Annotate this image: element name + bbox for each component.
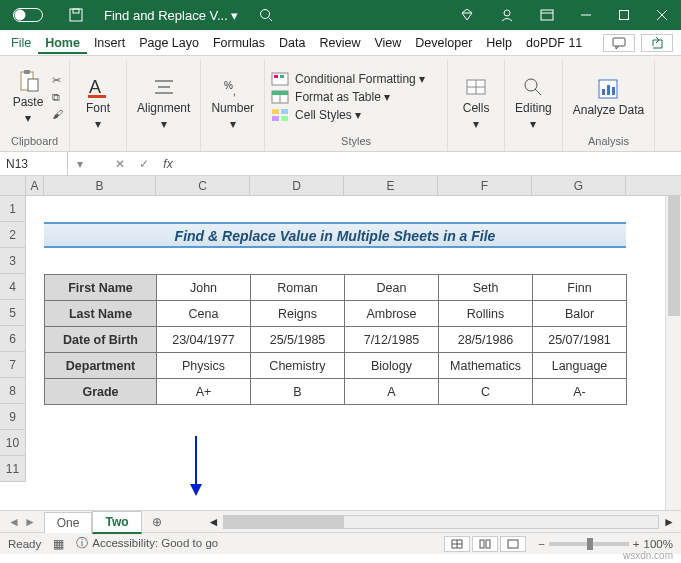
cell[interactable]: Ambrose xyxy=(345,301,439,327)
cell[interactable]: A- xyxy=(533,379,627,405)
row-header[interactable]: 4 xyxy=(0,274,25,300)
tab-nav-next[interactable]: ► xyxy=(24,515,36,529)
cancel-formula-icon[interactable]: ✕ xyxy=(108,152,132,175)
cell-styles-button[interactable]: Cell Styles ▾ xyxy=(271,107,361,123)
paste-button[interactable]: Paste ▾ xyxy=(6,67,50,127)
sheet-tab-one[interactable]: One xyxy=(44,512,93,533)
tab-page-layout[interactable]: Page Layo xyxy=(132,32,206,54)
view-normal-button[interactable] xyxy=(444,536,470,552)
scrollbar-thumb[interactable] xyxy=(224,516,344,528)
font-button[interactable]: AFont▾ xyxy=(76,73,120,133)
cell[interactable]: Biology xyxy=(345,353,439,379)
analyze-data-button[interactable]: Analyze Data xyxy=(569,75,648,119)
row-header[interactable]: 7 xyxy=(0,352,25,378)
editing-button[interactable]: Editing▾ xyxy=(511,73,556,133)
col-header-e[interactable]: E xyxy=(344,176,438,195)
cell[interactable]: Language xyxy=(533,353,627,379)
sheet-tab-two[interactable]: Two xyxy=(92,511,141,534)
row-header[interactable]: 8 xyxy=(0,378,25,404)
formula-input[interactable] xyxy=(180,162,681,166)
accessibility-status[interactable]: ⓘAccessibility: Good to go xyxy=(76,536,218,551)
cell[interactable]: C xyxy=(439,379,533,405)
cell[interactable]: Seth xyxy=(439,275,533,301)
tab-review[interactable]: Review xyxy=(312,32,367,54)
view-page-break-button[interactable] xyxy=(500,536,526,552)
cell[interactable]: Reigns xyxy=(251,301,345,327)
sheet-title-cell[interactable]: Find & Replace Value in Multiple Sheets … xyxy=(44,222,626,248)
maximize-icon[interactable] xyxy=(605,0,643,30)
copy-icon[interactable]: ⧉ xyxy=(52,91,63,104)
format-as-table-button[interactable]: Format as Table ▾ xyxy=(271,89,390,105)
minimize-icon[interactable] xyxy=(567,0,605,30)
row-header[interactable]: 6 xyxy=(0,326,25,352)
col-header-c[interactable]: C xyxy=(156,176,250,195)
horizontal-scrollbar[interactable]: ◄ ► xyxy=(202,515,681,529)
conditional-formatting-button[interactable]: Conditional Formatting ▾ xyxy=(271,71,425,87)
row-label[interactable]: Last Name xyxy=(45,301,157,327)
ribbon-options-icon[interactable] xyxy=(527,0,567,30)
vertical-scrollbar[interactable] xyxy=(665,196,681,510)
cells-button[interactable]: Cells▾ xyxy=(454,73,498,133)
user-icon[interactable] xyxy=(487,0,527,30)
cell[interactable]: Rollins xyxy=(439,301,533,327)
cell[interactable]: Chemistry xyxy=(251,353,345,379)
row-header[interactable]: 11 xyxy=(0,456,25,482)
col-header-d[interactable]: D xyxy=(250,176,344,195)
tab-home[interactable]: Home xyxy=(38,32,87,54)
name-box[interactable]: N13 xyxy=(0,152,68,175)
row-header[interactable]: 3 xyxy=(0,248,25,274)
tab-data[interactable]: Data xyxy=(272,32,312,54)
tab-dopdf[interactable]: doPDF 11 xyxy=(519,32,589,54)
name-box-dropdown[interactable]: ▾ xyxy=(68,152,92,175)
tab-nav-prev[interactable]: ◄ xyxy=(8,515,20,529)
tab-view[interactable]: View xyxy=(367,32,408,54)
view-page-layout-button[interactable] xyxy=(472,536,498,552)
col-header-f[interactable]: F xyxy=(438,176,532,195)
row-header[interactable]: 2 xyxy=(0,222,25,248)
cell[interactable]: Cena xyxy=(157,301,251,327)
diamond-icon[interactable] xyxy=(447,0,487,30)
close-icon[interactable] xyxy=(643,0,681,30)
col-header-b[interactable]: B xyxy=(44,176,156,195)
tab-formulas[interactable]: Formulas xyxy=(206,32,272,54)
comments-button[interactable] xyxy=(603,34,635,52)
fx-icon[interactable]: fx xyxy=(156,152,180,175)
row-label[interactable]: Department xyxy=(45,353,157,379)
scrollbar-thumb[interactable] xyxy=(668,196,680,316)
cell[interactable]: Roman xyxy=(251,275,345,301)
select-all-corner[interactable] xyxy=(0,176,26,195)
save-icon[interactable] xyxy=(56,0,96,30)
row-header[interactable]: 1 xyxy=(0,196,25,222)
tab-insert[interactable]: Insert xyxy=(87,32,132,54)
cell[interactable]: 7/12/1985 xyxy=(345,327,439,353)
cell[interactable]: Dean xyxy=(345,275,439,301)
row-label[interactable]: Date of Birth xyxy=(45,327,157,353)
new-sheet-button[interactable]: ⊕ xyxy=(142,515,172,529)
clipboard-small-buttons[interactable]: ✂ ⧉ 🖌 xyxy=(52,74,63,120)
macro-record-icon[interactable]: ▦ xyxy=(53,537,64,551)
zoom-level[interactable]: 100% xyxy=(644,538,673,550)
row-header[interactable]: 9 xyxy=(0,404,25,430)
format-painter-icon[interactable]: 🖌 xyxy=(52,108,63,120)
cell[interactable]: A+ xyxy=(157,379,251,405)
row-header[interactable]: 10 xyxy=(0,430,25,456)
enter-formula-icon[interactable]: ✓ xyxy=(132,152,156,175)
cut-icon[interactable]: ✂ xyxy=(52,74,63,87)
tab-developer[interactable]: Developer xyxy=(408,32,479,54)
row-header[interactable]: 5 xyxy=(0,300,25,326)
cell[interactable]: 25/5/1985 xyxy=(251,327,345,353)
cell[interactable]: 23/04/1977 xyxy=(157,327,251,353)
row-label[interactable]: First Name xyxy=(45,275,157,301)
cell[interactable]: Finn xyxy=(533,275,627,301)
tab-file[interactable]: File xyxy=(4,32,38,54)
search-icon[interactable] xyxy=(246,0,286,30)
col-header-g[interactable]: G xyxy=(532,176,626,195)
cell[interactable]: 28/5/1986 xyxy=(439,327,533,353)
alignment-button[interactable]: Alignment▾ xyxy=(133,73,194,133)
cell[interactable]: 25/07/1981 xyxy=(533,327,627,353)
zoom-slider[interactable] xyxy=(549,542,629,546)
share-button[interactable] xyxy=(641,34,673,52)
cell[interactable]: B xyxy=(251,379,345,405)
zoom-out-button[interactable]: − xyxy=(538,538,545,550)
cell[interactable]: A xyxy=(345,379,439,405)
